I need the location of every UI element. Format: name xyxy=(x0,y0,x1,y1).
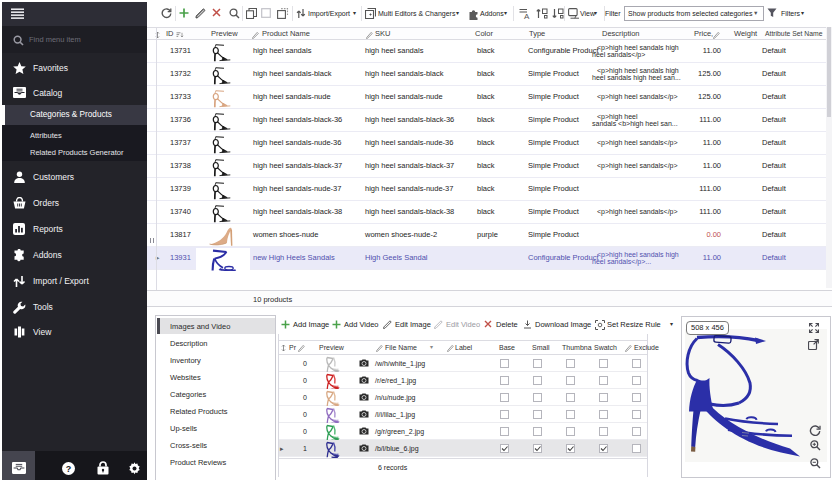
svg-text:A: A xyxy=(524,12,530,20)
svg-text:?: ? xyxy=(66,464,72,474)
